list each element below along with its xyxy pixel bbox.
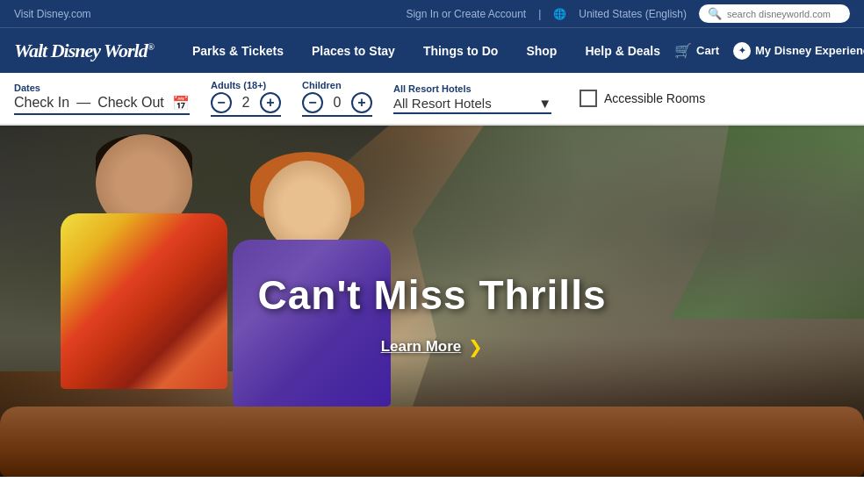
adults-increment[interactable]: + [260, 92, 281, 113]
calendar-icon[interactable]: 📅 [172, 95, 190, 112]
nav-things-to-do[interactable]: Things to Do [409, 28, 513, 74]
nav-links: Parks & Tickets Places to Stay Things to… [178, 28, 674, 74]
nav-parks-tickets[interactable]: Parks & Tickets [178, 28, 298, 74]
adults-decrement[interactable]: − [211, 92, 232, 113]
my-disney-label: My Disney Experience [755, 44, 864, 57]
resort-label: All Resort Hotels [393, 83, 551, 94]
hero-overlay: Can't Miss Thrills Learn More ❯ [0, 126, 864, 477]
cart-label: Cart [696, 44, 719, 57]
children-label: Children [302, 80, 372, 90]
nav-bar: Walt Disney World® Parks & Tickets Place… [0, 27, 864, 73]
nav-help-deals[interactable]: Help & Deals [571, 28, 674, 74]
dates-label: Dates [14, 83, 190, 93]
nav-right: 🛒 Cart ✦ My Disney Experience [674, 42, 864, 60]
hero-cta: Learn More ❯ [381, 336, 484, 357]
children-value: 0 [330, 95, 344, 111]
children-counter-row: − 0 + [302, 92, 372, 117]
search-box[interactable]: 🔍 [699, 4, 850, 23]
date-dash: — [76, 95, 90, 111]
accessible-label: Accessible Rooms [604, 91, 705, 105]
checkin-value[interactable]: Check In [14, 95, 69, 111]
top-bar-right: Sign In or Create Account | 🌐 United Sta… [406, 4, 850, 23]
resort-value: All Resort Hotels [393, 96, 492, 111]
divider: | [538, 8, 541, 20]
adults-value: 2 [239, 95, 253, 111]
visit-disney-link[interactable]: Visit Disney.com [14, 8, 91, 20]
globe-icon: 🌐 [553, 8, 566, 20]
resort-select[interactable]: All Resort Hotels ▼ [393, 96, 551, 114]
chevron-down-icon: ▼ [538, 96, 551, 111]
nav-places-to-stay[interactable]: Places to Stay [298, 28, 409, 74]
hero-section: Can't Miss Thrills Learn More ❯ [0, 126, 864, 477]
children-group: Children − 0 + [302, 80, 372, 117]
adults-label: Adults (18+) [211, 80, 281, 90]
my-disney-link[interactable]: ✦ My Disney Experience [733, 42, 864, 60]
visit-disney-anchor[interactable]: Visit Disney.com [14, 8, 91, 20]
dates-group: Dates Check In — Check Out 📅 [14, 83, 190, 115]
region-link[interactable]: United States (English) [579, 8, 687, 20]
accessible-group: Accessible Rooms [580, 90, 705, 107]
adults-counter-row: − 2 + [211, 92, 281, 117]
cart-icon: 🛒 [674, 42, 692, 59]
search-input[interactable] [727, 9, 841, 19]
filter-bar: Dates Check In — Check Out 📅 Adults (18+… [0, 73, 864, 126]
hero-title: Can't Miss Thrills [257, 271, 606, 319]
adults-group: Adults (18+) − 2 + [211, 80, 281, 117]
hero-cta-arrow-icon: ❯ [468, 336, 483, 357]
children-decrement[interactable]: − [302, 92, 323, 113]
top-bar: Visit Disney.com Sign In or Create Accou… [0, 0, 864, 27]
cart-link[interactable]: 🛒 Cart [674, 42, 719, 59]
signin-link[interactable]: Sign In or Create Account [406, 8, 526, 20]
logo[interactable]: Walt Disney World® [14, 40, 154, 62]
resort-group: All Resort Hotels All Resort Hotels ▼ [393, 83, 551, 114]
accessible-checkbox[interactable] [580, 90, 597, 107]
children-increment[interactable]: + [351, 92, 372, 113]
my-disney-icon: ✦ [733, 42, 751, 60]
checkout-value[interactable]: Check Out [97, 95, 164, 111]
hero-learn-more-link[interactable]: Learn More [381, 338, 462, 356]
search-icon: 🔍 [708, 7, 722, 20]
nav-shop[interactable]: Shop [512, 28, 571, 74]
filter-dates[interactable]: Check In — Check Out 📅 [14, 95, 190, 115]
